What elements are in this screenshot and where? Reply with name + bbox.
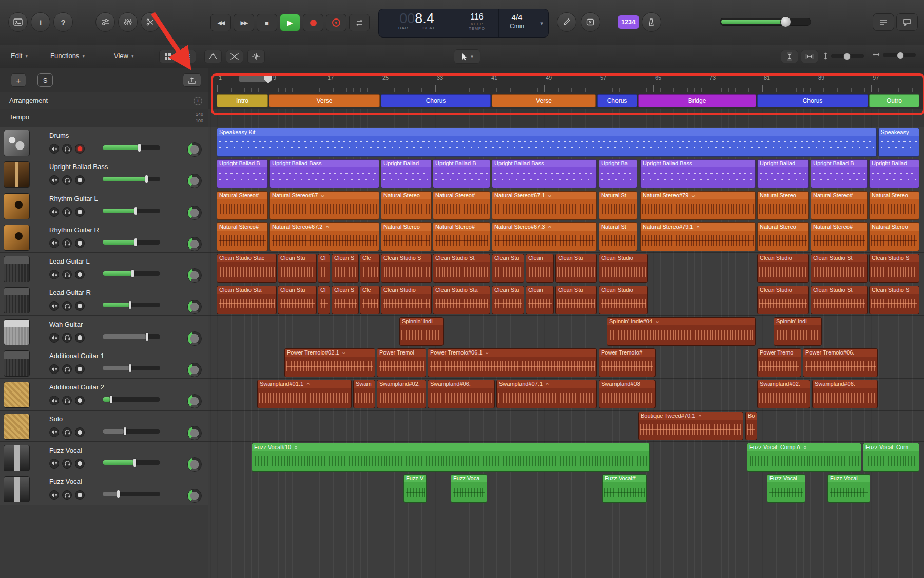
tuner-button[interactable] bbox=[557, 12, 576, 32]
region[interactable]: Natural Stereo bbox=[869, 191, 919, 220]
vertical-zoom-slider[interactable] bbox=[823, 52, 864, 60]
region[interactable]: Swampland#07.1○ bbox=[496, 380, 597, 408]
region[interactable]: Spinnin' Indi bbox=[399, 317, 444, 346]
arrangement-marker-bridge[interactable]: Bridge bbox=[638, 94, 756, 107]
region[interactable]: Natural Stereo#67○ bbox=[270, 191, 379, 220]
track-header[interactable]: Lead Guitar R bbox=[0, 284, 208, 315]
region[interactable]: Upright Ballad B bbox=[811, 159, 868, 188]
region[interactable]: Clean Stu bbox=[278, 286, 317, 314]
stop-button[interactable]: ■ bbox=[257, 14, 277, 31]
region[interactable]: Clean S bbox=[332, 254, 359, 283]
region[interactable]: Fuzz Vocal# bbox=[602, 474, 647, 503]
region[interactable]: Natural Stereo# bbox=[433, 222, 490, 251]
bar-ruler[interactable]: 191725334149576573818997 bbox=[208, 68, 924, 93]
region[interactable]: Fuzz Vocal bbox=[767, 474, 805, 503]
region[interactable]: Clean Studio bbox=[381, 286, 432, 314]
region[interactable]: Clean Stu bbox=[278, 254, 317, 283]
help-button[interactable]: ? bbox=[53, 12, 73, 32]
region[interactable]: Fuzz Voca bbox=[451, 474, 487, 503]
region[interactable]: Boutique Tweed#70.1○ bbox=[638, 412, 743, 440]
region[interactable]: Clean Stu bbox=[492, 286, 524, 314]
pan-knob[interactable] bbox=[187, 489, 202, 503]
track-header[interactable]: Additional Guitar 1 bbox=[0, 347, 208, 379]
arrangement-marker-chorus[interactable]: Chorus bbox=[597, 94, 637, 107]
solo-button[interactable] bbox=[62, 333, 72, 343]
track-header[interactable]: Rhythm Guitar R bbox=[0, 221, 208, 253]
region[interactable]: Swampland#08 bbox=[599, 380, 656, 408]
arrangement-marker-verse[interactable]: Verse bbox=[269, 94, 380, 107]
track-header[interactable]: Fuzz Vocal bbox=[0, 473, 208, 505]
record-enable-button[interactable] bbox=[75, 333, 85, 343]
mute-button[interactable] bbox=[49, 333, 59, 343]
vertical-zoom-track[interactable] bbox=[831, 54, 864, 58]
volume-slider[interactable] bbox=[103, 209, 160, 213]
horizontal-zoom-slider[interactable] bbox=[873, 52, 916, 57]
mute-button[interactable] bbox=[49, 490, 59, 500]
region[interactable]: Clean Studio S bbox=[381, 254, 432, 283]
pan-knob[interactable] bbox=[187, 331, 202, 346]
mute-button[interactable] bbox=[49, 270, 59, 279]
region[interactable]: Upright Ballad bbox=[381, 159, 432, 188]
region[interactable]: Speakeasy bbox=[878, 128, 919, 157]
solo-button[interactable] bbox=[62, 144, 72, 154]
edit-menu[interactable]: Edit▾ bbox=[11, 52, 28, 60]
region[interactable]: Swampland#02. bbox=[377, 380, 426, 408]
region[interactable]: Fuzz Vocal bbox=[827, 474, 870, 503]
hide-global-tracks-button[interactable] bbox=[183, 73, 201, 87]
add-track-button[interactable]: + bbox=[11, 73, 26, 87]
mute-button[interactable] bbox=[49, 427, 59, 437]
pan-knob[interactable] bbox=[187, 268, 202, 283]
region[interactable]: Cl bbox=[318, 254, 330, 283]
region[interactable]: Clean Studio St bbox=[433, 254, 490, 283]
region[interactable]: Clean bbox=[526, 286, 554, 314]
pan-knob[interactable] bbox=[187, 206, 202, 220]
arrangement-track-header[interactable]: Arrangement + bbox=[0, 92, 208, 109]
track-header[interactable]: Fuzz Vocal bbox=[0, 442, 208, 473]
region[interactable]: Natural Stereo#79○ bbox=[640, 191, 756, 220]
region[interactable]: Cle bbox=[360, 286, 380, 314]
region[interactable]: Natural St bbox=[599, 191, 637, 220]
list-view-button[interactable] bbox=[179, 50, 196, 63]
tempo-track-header[interactable]: Tempo 140 100 bbox=[0, 109, 208, 127]
region[interactable]: Upright Ballad bbox=[757, 159, 809, 188]
region[interactable]: Fuzz Vocal: Comp A○ bbox=[747, 443, 861, 472]
region[interactable]: Natural Stereo bbox=[381, 191, 432, 220]
mute-button[interactable] bbox=[49, 364, 59, 374]
record-button[interactable] bbox=[303, 14, 323, 31]
solo-mode-button[interactable]: S bbox=[37, 73, 53, 87]
volume-slider[interactable] bbox=[103, 366, 160, 370]
volume-slider[interactable] bbox=[103, 334, 160, 339]
track-header[interactable]: Additional Guitar 2 bbox=[0, 379, 208, 410]
region[interactable]: Power Tremolo#02.1○ bbox=[284, 348, 375, 377]
track-header[interactable]: Wah Guitar bbox=[0, 316, 208, 347]
record-enable-button[interactable] bbox=[75, 396, 85, 405]
lcd-chevron-icon[interactable]: ▾ bbox=[535, 9, 548, 37]
region[interactable]: Natural Stereo# bbox=[217, 191, 268, 220]
region[interactable]: Clean Studio bbox=[599, 254, 648, 283]
region[interactable]: Power Tremo bbox=[757, 348, 801, 377]
volume-handle[interactable] bbox=[134, 207, 137, 215]
no-input-button[interactable] bbox=[581, 12, 600, 32]
volume-handle[interactable] bbox=[129, 301, 131, 309]
region[interactable]: Upright Ballad Bass bbox=[270, 159, 379, 188]
region[interactable]: Upright Ballad Bass bbox=[640, 159, 756, 188]
solo-button[interactable] bbox=[62, 490, 72, 500]
inspector-button[interactable]: i bbox=[31, 12, 50, 32]
region[interactable]: Swam bbox=[353, 380, 375, 408]
crossfade-button[interactable] bbox=[226, 50, 243, 63]
arrangement-marker-chorus[interactable]: Chorus bbox=[381, 94, 491, 107]
region[interactable]: Clean Studio S bbox=[869, 254, 919, 283]
collaboration-button[interactable] bbox=[896, 13, 918, 31]
region[interactable]: Clean Studio Sta bbox=[433, 286, 490, 314]
volume-handle[interactable] bbox=[145, 175, 148, 183]
volume-handle[interactable] bbox=[110, 396, 112, 403]
region[interactable]: Power Tremol bbox=[377, 348, 426, 377]
region[interactable]: Upright Ba bbox=[599, 159, 637, 188]
region[interactable]: Swampland#01.1○ bbox=[257, 380, 352, 408]
forward-button[interactable]: ▶▶ bbox=[234, 14, 254, 31]
region[interactable]: Clean Studio bbox=[599, 286, 648, 314]
volume-slider[interactable] bbox=[103, 460, 160, 465]
view-menu[interactable]: View▾ bbox=[114, 52, 133, 60]
region[interactable]: Clean S bbox=[332, 286, 359, 314]
pan-knob[interactable] bbox=[187, 426, 202, 440]
